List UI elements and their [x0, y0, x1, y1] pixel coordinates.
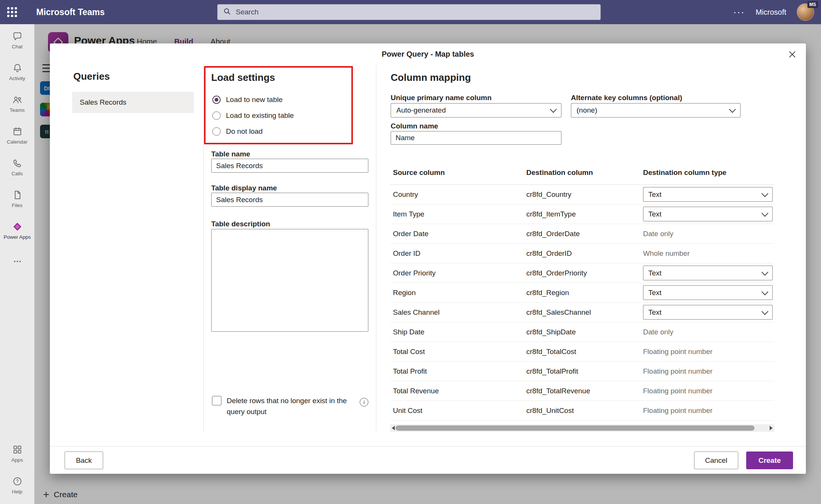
- table-display-name-input[interactable]: [211, 193, 368, 207]
- scroll-left-icon[interactable]: [392, 426, 395, 430]
- source-column-cell: Total Profit: [390, 367, 524, 376]
- mapping-row: Unit Costcr8fd_UnitCostFloating point nu…: [390, 401, 774, 421]
- column-name-label: Column name: [391, 122, 438, 130]
- scrollbar-thumb[interactable]: [396, 425, 755, 431]
- mapping-row: Regioncr8fd_RegionText: [390, 283, 774, 303]
- destination-type-dropdown[interactable]: Text: [643, 266, 773, 280]
- radio-icon[interactable]: [212, 127, 221, 136]
- chevron-down-icon: [761, 210, 768, 216]
- type-value: Floating point number: [643, 367, 713, 375]
- table-description-label: Table description: [211, 220, 270, 228]
- radio-icon[interactable]: [212, 111, 221, 120]
- type-value: Floating point number: [643, 407, 713, 414]
- mapping-row: Sales Channelcr8fd_SalesChannelText: [390, 303, 774, 322]
- destination-column-cell: cr8fd_ShipDate: [524, 328, 640, 336]
- rail-item-label: Chat: [12, 44, 23, 49]
- power-apps-icon: [12, 221, 23, 232]
- rail-item-apps[interactable]: Apps: [0, 438, 34, 469]
- rail-item-chat[interactable]: Chat: [0, 24, 34, 56]
- rail-item-power-apps[interactable]: Power Apps: [0, 215, 34, 246]
- dialog-title: Power Query - Map tables: [50, 50, 806, 59]
- destination-column-cell: cr8fd_OrderPriority: [524, 269, 640, 277]
- radio-selected-icon[interactable]: [212, 96, 221, 104]
- destination-column-cell: cr8fd_Country: [524, 190, 640, 199]
- source-column-cell: Order Priority: [390, 269, 524, 277]
- rail-item-label: Power Apps: [3, 234, 31, 240]
- type-value: Date only: [643, 230, 673, 238]
- info-icon[interactable]: [360, 398, 368, 407]
- rail-item-label: Help: [12, 489, 23, 495]
- delete-rows-option: Delete rows that no longer exist in the …: [212, 395, 349, 417]
- destination-type-dropdown[interactable]: Text: [643, 305, 773, 320]
- table-name-label: Table name: [211, 150, 250, 158]
- mapping-row: Total Revenuecr8fd_TotalRevenueFloating …: [390, 381, 774, 401]
- radio-option[interactable]: Do not load: [212, 126, 294, 137]
- rail-item-label: Apps: [11, 457, 23, 463]
- rail-item-label: Teams: [10, 107, 25, 113]
- destination-column-cell: cr8fd_TotalRevenue: [524, 387, 640, 395]
- rail-item-teams[interactable]: Teams: [0, 88, 34, 119]
- source-column-cell: Total Cost: [390, 348, 524, 356]
- scroll-right-icon[interactable]: [770, 426, 773, 430]
- type-value: Whole number: [643, 249, 690, 257]
- rail-item-activity[interactable]: Activity: [0, 56, 34, 88]
- horizontal-scrollbar[interactable]: [390, 424, 774, 432]
- destination-column-cell: cr8fd_UnitCost: [524, 407, 640, 415]
- type-value: Text: [648, 289, 662, 297]
- table-name-input[interactable]: [211, 159, 368, 173]
- destination-type-dropdown[interactable]: Text: [643, 285, 773, 300]
- source-column-cell: Region: [390, 289, 524, 297]
- destination-type-cell: Floating point number: [640, 348, 774, 356]
- create-button[interactable]: Create: [746, 451, 793, 469]
- mapping-row: Total Profitcr8fd_TotalProfitFloating po…: [390, 362, 774, 381]
- chevron-down-icon: [729, 106, 736, 113]
- rail-item-calendar[interactable]: Calendar: [0, 119, 34, 151]
- type-value: Date only: [643, 328, 673, 336]
- chevron-down-icon: [761, 308, 768, 315]
- radio-option[interactable]: Load to existing table: [212, 110, 294, 121]
- table-description-textarea[interactable]: [211, 229, 368, 332]
- destination-type-cell: Floating point number: [640, 387, 774, 395]
- close-icon[interactable]: [785, 48, 799, 61]
- destination-column-cell: cr8fd_Region: [524, 289, 640, 297]
- column-name-input[interactable]: [391, 131, 561, 145]
- destination-type-cell: Floating point number: [640, 407, 774, 415]
- rail-item-files[interactable]: Files: [0, 183, 34, 215]
- table-display-name-label: Table display name: [211, 184, 277, 192]
- column-mapping-table: Source column Destination column Destina…: [390, 169, 774, 421]
- unique-primary-name-dropdown[interactable]: Auto-generated: [391, 103, 561, 117]
- rail-item-label: Activity: [9, 76, 25, 81]
- delete-rows-checkbox[interactable]: [212, 396, 221, 405]
- back-button[interactable]: Back: [65, 451, 103, 469]
- rail-item-more[interactable]: [0, 246, 34, 278]
- chevron-down-icon: [761, 190, 768, 197]
- type-value: Text: [648, 308, 662, 317]
- destination-column-cell: cr8fd_SalesChannel: [524, 308, 640, 317]
- type-value: Floating point number: [643, 387, 713, 395]
- load-settings-heading: Load settings: [211, 72, 275, 83]
- type-value: Text: [648, 190, 662, 199]
- source-column-cell: Unit Cost: [390, 407, 524, 415]
- more-options-icon[interactable]: ...: [733, 8, 745, 16]
- apps-icon: [12, 444, 23, 455]
- activity-icon: [12, 62, 23, 74]
- chevron-down-icon: [550, 106, 557, 113]
- calls-icon: [12, 158, 23, 169]
- cancel-button[interactable]: Cancel: [694, 451, 738, 469]
- app-launcher-icon[interactable]: [0, 0, 24, 24]
- rail-item-calls[interactable]: Calls: [0, 151, 34, 183]
- query-list-item-sales-records[interactable]: Sales Records: [72, 92, 194, 113]
- destination-type-dropdown[interactable]: Text: [643, 187, 773, 202]
- radio-option[interactable]: Load to new table: [212, 94, 294, 105]
- search-input[interactable]: [235, 8, 595, 17]
- search-box[interactable]: [217, 4, 601, 20]
- destination-type-dropdown[interactable]: Text: [643, 207, 773, 221]
- teams-title-bar: Microsoft Teams ... Microsoft MS: [0, 0, 821, 24]
- unique-primary-name-label: Unique primary name column: [391, 94, 492, 102]
- calendar-icon: [12, 126, 23, 137]
- radio-label: Do not load: [226, 127, 263, 136]
- alternate-key-label: Alternate key columns (optional): [571, 94, 682, 102]
- source-column-cell: Ship Date: [390, 328, 524, 336]
- alternate-key-dropdown[interactable]: (none): [571, 103, 741, 117]
- rail-item-help[interactable]: ?Help: [0, 469, 34, 501]
